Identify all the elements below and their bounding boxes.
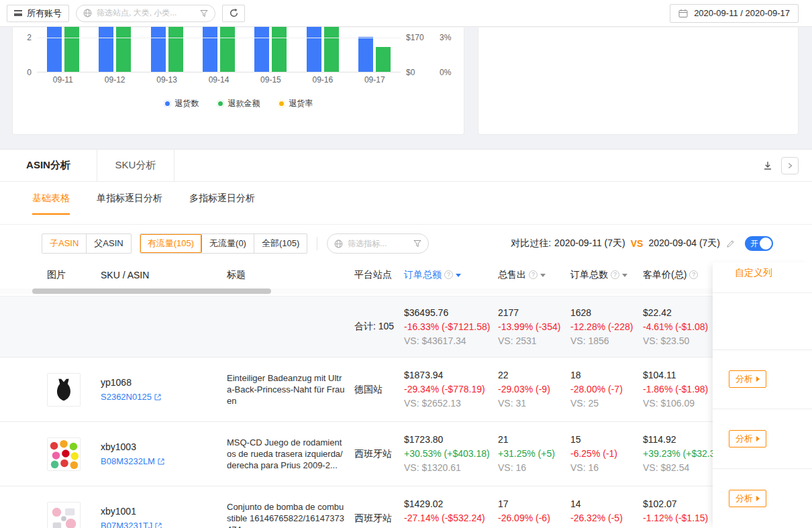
tab-asin-analysis[interactable]: ASIN分析 xyxy=(0,150,97,181)
chart-x-labels: 09-1109-1209-1309-1409-1509-1609-17 xyxy=(37,75,401,85)
product-image[interactable] xyxy=(47,373,81,407)
segment-with-traffic[interactable]: 有流量(105) xyxy=(140,234,202,253)
metric-filter-placeholder: 筛选指标... xyxy=(348,238,409,250)
order-total-cell: $1723.80 +30.53% (+$403.18) VS: $1320.61 xyxy=(404,422,498,486)
help-icon[interactable] xyxy=(689,270,698,279)
metric-value: $1873.94 xyxy=(404,368,491,382)
segment-all-traffic[interactable]: 全部(105) xyxy=(254,234,307,253)
legend-label: 退款金额 xyxy=(228,98,260,109)
refund-amount-bar xyxy=(272,27,287,72)
metric-value: 2177 xyxy=(498,306,564,320)
tab-tools xyxy=(762,150,812,181)
subtab-multi-metric-daily[interactable]: 多指标逐日分析 xyxy=(189,193,255,215)
row-image-cell xyxy=(32,422,99,486)
col-header-units-sold[interactable]: 总售出 xyxy=(498,269,570,281)
metric-vs: VS: $1961.26 xyxy=(404,525,491,528)
refund-amount-bar xyxy=(220,27,235,72)
compare-toggle[interactable]: 开 xyxy=(745,236,773,251)
metric-value: 18 xyxy=(570,368,636,382)
metric-value: $114.92 xyxy=(643,433,706,447)
refund-amount-bar xyxy=(168,27,183,72)
segment-no-traffic[interactable]: 无流量(0) xyxy=(202,234,254,253)
summary-sku-cell xyxy=(99,297,227,357)
analyze-button[interactable]: 分析 xyxy=(729,490,766,507)
compare-past-control: 对比过往: 2020-09-11 (7天) VS 2020-09-04 (7天)… xyxy=(511,236,773,251)
site-filter-placeholder: 筛选站点, 大类, 小类... xyxy=(97,7,195,19)
analyze-button[interactable]: 分析 xyxy=(729,370,766,388)
funnel-icon xyxy=(413,240,421,248)
table-row: xby1003 B08M3232LM MSQ-CD Juego de rodam… xyxy=(0,421,812,486)
col-header-order-total[interactable]: 订单总额 xyxy=(404,269,498,281)
legend-item-returns-count[interactable]: 退货数 xyxy=(164,98,199,109)
order-count-cell: 14 -26.32% (-5) VS: 19 xyxy=(570,486,643,528)
site-cell: 德国站 xyxy=(354,358,404,421)
analyze-button[interactable]: 分析 xyxy=(729,430,766,447)
help-icon[interactable] xyxy=(529,270,538,279)
segment-parent-asin[interactable]: 父ASIN xyxy=(87,234,130,253)
fixed-summary-cell xyxy=(713,293,812,349)
chart-y-axis-percent: 3% 0% xyxy=(434,28,464,72)
metric-value: 17 xyxy=(498,497,564,511)
legend-dot-icon xyxy=(217,100,224,107)
col-header-image: 图片 xyxy=(32,269,99,281)
metric-vs: VS: $23.50 xyxy=(643,334,706,348)
product-image[interactable] xyxy=(47,502,81,528)
legend-item-refund-amount[interactable]: 退款金额 xyxy=(217,98,260,109)
refresh-icon xyxy=(229,8,239,18)
subtab-basic-table[interactable]: 基础表格 xyxy=(32,193,70,215)
external-link-icon xyxy=(158,458,164,465)
metric-delta: -1.12% (-$1.15) xyxy=(643,511,706,525)
metric-value: $104.11 xyxy=(643,368,706,382)
title-cell: Einteiliger Badeanzug mit Ultra-Back-Pri… xyxy=(227,358,354,421)
summary-image-cell xyxy=(32,297,99,357)
metric-value: $102.07 xyxy=(643,497,706,511)
horizontal-scrollbar-thumb[interactable] xyxy=(32,288,271,294)
help-icon[interactable] xyxy=(444,270,453,279)
row-image-cell xyxy=(32,358,99,421)
help-icon[interactable] xyxy=(611,270,619,279)
metric-vs: VS: 1856 xyxy=(570,334,636,348)
segment-child-asin[interactable]: 子ASIN xyxy=(42,234,87,253)
tab-sku-analysis[interactable]: SKU分析 xyxy=(97,150,174,181)
metric-delta: -26.09% (-6) xyxy=(498,511,564,525)
edit-compare-button[interactable] xyxy=(726,240,735,248)
col-header-custom-columns[interactable]: 自定义列 xyxy=(713,262,812,284)
traffic-segment: 有流量(105) 无流量(0) 全部(105) xyxy=(140,233,308,254)
external-link-icon xyxy=(154,394,161,401)
legend-item-return-rate[interactable]: 退货率 xyxy=(278,98,313,109)
product-title: Conjunto de bomba de combustible 1614676… xyxy=(227,501,354,528)
metric-delta: +30.53% (+$403.18) xyxy=(404,447,491,461)
expand-panel-button[interactable] xyxy=(781,157,799,174)
table-row: xby1001 B07M3231TJ Conjunto de bomba de … xyxy=(0,486,812,528)
analyze-label: 分析 xyxy=(735,492,753,505)
col-header-site: 平台站点 xyxy=(354,269,404,281)
product-image[interactable] xyxy=(47,437,81,471)
download-icon[interactable] xyxy=(762,160,773,171)
metric-vs: VS: 2531 xyxy=(498,334,564,348)
all-accounts-button[interactable]: 所有账号 xyxy=(7,5,69,22)
metric-delta: -29.34% (-$778.19) xyxy=(404,382,491,397)
subtab-single-metric-daily[interactable]: 单指标逐日分析 xyxy=(97,193,162,215)
x-axis-label: 09-17 xyxy=(349,75,401,85)
order-count-cell: 15 -6.25% (-1) VS: 16 xyxy=(570,422,643,486)
play-caret-icon xyxy=(756,376,760,382)
refresh-button[interactable] xyxy=(222,5,245,22)
site-filter-input[interactable]: 筛选站点, 大类, 小类... xyxy=(76,5,215,22)
asin-link[interactable]: S2362N0125 xyxy=(101,392,227,402)
asin-link[interactable]: B07M3231TJ xyxy=(101,521,227,528)
sort-caret-icon[interactable] xyxy=(456,274,461,277)
metric-vs: VS: 16 xyxy=(570,461,636,475)
asin-link[interactable]: B08M3232LM xyxy=(101,456,227,466)
summary-aov: $22.42 -4.61% (-$1.08) VS: $23.50 xyxy=(643,297,713,357)
date-range-picker[interactable]: 2020-09-11 / 2020-09-17 xyxy=(670,4,799,23)
metric-value: 15 xyxy=(570,433,636,447)
sort-caret-icon[interactable] xyxy=(540,274,546,277)
col-header-order-count[interactable]: 订单总数 xyxy=(570,269,643,281)
metric-filter-input[interactable]: 筛选指标... xyxy=(327,233,429,254)
play-caret-icon xyxy=(756,436,760,441)
metric-delta: -13.99% (-354) xyxy=(498,320,564,334)
metric-delta: -1.86% (-$1.98) xyxy=(643,382,706,397)
product-title: Einteiliger Badeanzug mit Ultra-Back-Pri… xyxy=(227,372,354,407)
sort-caret-icon[interactable] xyxy=(622,274,627,277)
col-header-aov[interactable]: 客单价(总) xyxy=(643,269,713,281)
